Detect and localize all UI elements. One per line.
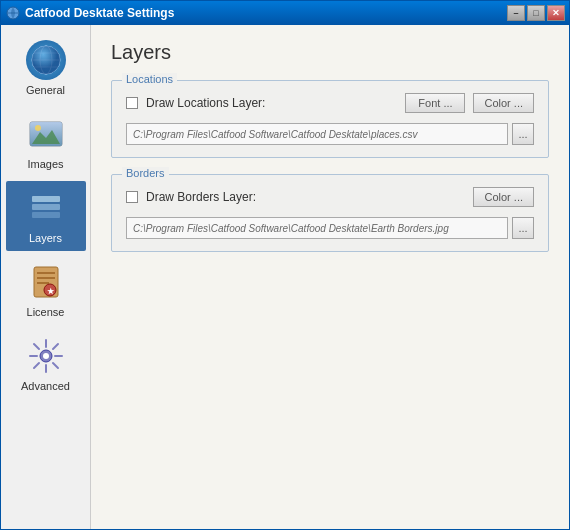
main-content: General xyxy=(1,25,569,529)
general-icon xyxy=(26,40,66,80)
locations-file-input[interactable] xyxy=(126,123,508,145)
borders-legend: Borders xyxy=(122,167,169,179)
layers-icon xyxy=(26,188,66,228)
borders-color-button[interactable]: Color ... xyxy=(473,187,534,207)
borders-section: Borders Draw Borders Layer: Color ... ..… xyxy=(111,174,549,252)
locations-browse-button[interactable]: ... xyxy=(512,123,534,145)
locations-file-row: ... xyxy=(126,123,534,145)
main-window: Catfood Desktate Settings – □ ✕ xyxy=(0,0,570,530)
svg-line-29 xyxy=(53,344,58,349)
close-button[interactable]: ✕ xyxy=(547,5,565,21)
font-button[interactable]: Font ... xyxy=(405,93,465,113)
borders-browse-button[interactable]: ... xyxy=(512,217,534,239)
page-title: Layers xyxy=(111,41,549,64)
sidebar: General xyxy=(1,25,91,529)
svg-text:★: ★ xyxy=(46,287,54,296)
sidebar-item-general[interactable]: General xyxy=(6,33,86,103)
svg-rect-18 xyxy=(37,282,49,284)
locations-color-button[interactable]: Color ... xyxy=(473,93,534,113)
sidebar-general-label: General xyxy=(26,84,65,96)
svg-line-30 xyxy=(34,363,39,368)
svg-point-11 xyxy=(35,125,41,131)
svg-rect-17 xyxy=(37,277,55,279)
title-bar: Catfood Desktate Settings – □ ✕ xyxy=(1,1,569,25)
license-icon: ★ xyxy=(26,262,66,302)
window-icon xyxy=(5,5,21,21)
maximize-button[interactable]: □ xyxy=(527,5,545,21)
sidebar-item-layers[interactable]: Layers xyxy=(6,181,86,251)
svg-rect-12 xyxy=(32,212,60,218)
draw-locations-label: Draw Locations Layer: xyxy=(146,96,397,110)
draw-locations-checkbox[interactable] xyxy=(126,97,138,109)
advanced-icon xyxy=(26,336,66,376)
svg-point-22 xyxy=(43,353,49,359)
window-controls: – □ ✕ xyxy=(507,5,565,21)
borders-draw-row: Draw Borders Layer: Color ... xyxy=(126,187,534,207)
locations-draw-row: Draw Locations Layer: Font ... Color ... xyxy=(126,93,534,113)
sidebar-layers-label: Layers xyxy=(29,232,62,244)
borders-file-input[interactable] xyxy=(126,217,508,239)
sidebar-item-images[interactable]: Images xyxy=(6,107,86,177)
sidebar-advanced-label: Advanced xyxy=(21,380,70,392)
svg-line-28 xyxy=(53,363,58,368)
svg-rect-14 xyxy=(32,196,60,202)
images-icon xyxy=(26,114,66,154)
minimize-button[interactable]: – xyxy=(507,5,525,21)
content-area: Layers Locations Draw Locations Layer: F… xyxy=(91,25,569,529)
sidebar-license-label: License xyxy=(27,306,65,318)
draw-borders-checkbox[interactable] xyxy=(126,191,138,203)
borders-file-row: ... xyxy=(126,217,534,239)
window-title: Catfood Desktate Settings xyxy=(25,6,507,20)
svg-point-7 xyxy=(32,46,60,74)
locations-legend: Locations xyxy=(122,73,177,85)
sidebar-images-label: Images xyxy=(27,158,63,170)
svg-line-27 xyxy=(34,344,39,349)
locations-section: Locations Draw Locations Layer: Font ...… xyxy=(111,80,549,158)
sidebar-item-license[interactable]: ★ License xyxy=(6,255,86,325)
sidebar-item-advanced[interactable]: Advanced xyxy=(6,329,86,399)
svg-rect-13 xyxy=(32,204,60,210)
svg-rect-16 xyxy=(37,272,55,274)
draw-borders-label: Draw Borders Layer: xyxy=(146,190,465,204)
